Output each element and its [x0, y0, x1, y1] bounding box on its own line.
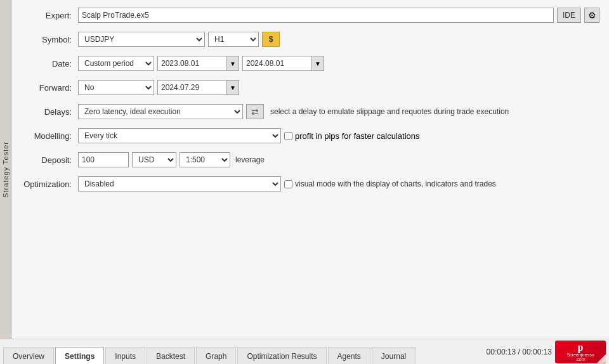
- optimization-row: Optimization: Disabled Slow complete alg…: [21, 175, 599, 193]
- delays-row: Delays: Zero latency, ideal execution Ra…: [21, 103, 599, 120]
- currency-select[interactable]: USD EUR GBP JPY: [132, 152, 176, 167]
- tab-journal[interactable]: Journal: [372, 347, 416, 364]
- status-time: 00:00:13 / 00:00:13: [487, 348, 552, 356]
- dollar-button[interactable]: $: [262, 32, 280, 47]
- date-from-input[interactable]: [157, 56, 227, 71]
- expert-controls: IDE ⚙: [78, 8, 599, 23]
- delays-icon-button[interactable]: ⇄: [246, 104, 264, 119]
- optimization-label: Optimization:: [21, 179, 78, 189]
- deposit-row: Deposit: USD EUR GBP JPY 1:11:21:51:10 1…: [21, 151, 599, 169]
- ide-button[interactable]: IDE: [557, 8, 581, 23]
- tab-graph[interactable]: Graph: [196, 347, 236, 364]
- tab-optimization-results[interactable]: Optimization Results: [237, 347, 326, 364]
- deposit-controls: USD EUR GBP JPY 1:11:21:51:10 1:201:501:…: [78, 152, 599, 167]
- modelling-select[interactable]: Every tick Every tick based on real tick…: [78, 128, 281, 143]
- expert-row: Expert: IDE ⚙: [21, 6, 599, 24]
- tab-settings[interactable]: Settings: [55, 347, 104, 364]
- delays-hint: select a delay to emulate slippage and r…: [270, 107, 509, 116]
- expert-label: Expert:: [21, 11, 78, 20]
- tab-backtest[interactable]: Backtest: [147, 347, 195, 364]
- date-from-picker[interactable]: ▼: [226, 56, 239, 71]
- profit-pips-label: profit in pips for faster calculations: [295, 131, 420, 141]
- visual-mode-wrap: visual mode with the display of charts, …: [284, 179, 496, 188]
- delays-controls: Zero latency, ideal execution Random del…: [78, 104, 599, 119]
- leverage-select[interactable]: 1:11:21:51:10 1:201:501:1001:200 1:5001:…: [180, 152, 230, 167]
- gear-button[interactable]: ⚙: [584, 8, 599, 23]
- date-row: Date: Custom period Last month Last 3 mo…: [21, 55, 599, 72]
- forward-select[interactable]: No 1/2 1/3 1/4 Custom: [78, 80, 154, 95]
- date-label: Date:: [21, 59, 78, 68]
- forward-date-input[interactable]: [157, 80, 227, 95]
- profit-pips-wrap: profit in pips for faster calculations: [284, 131, 420, 141]
- leverage-label: leverage: [235, 155, 265, 164]
- visual-mode-label: visual mode with the display of charts, …: [295, 179, 496, 188]
- optimization-controls: Disabled Slow complete algorithm Fast ge…: [78, 176, 599, 192]
- expert-input[interactable]: [78, 8, 554, 23]
- symbol-select[interactable]: USDJPY EURUSD GBPUSD AUDUSD: [78, 32, 205, 47]
- visual-mode-checkbox[interactable]: [284, 180, 292, 188]
- modelling-row: Modelling: Every tick Every tick based o…: [21, 127, 599, 145]
- tab-inputs[interactable]: Inputs: [105, 347, 145, 364]
- optimization-select[interactable]: Disabled Slow complete algorithm Fast ge…: [78, 176, 281, 192]
- deposit-input[interactable]: [78, 152, 129, 167]
- date-to-input[interactable]: [242, 56, 312, 71]
- modelling-label: Modelling:: [21, 131, 78, 141]
- symbol-label: Symbol:: [21, 35, 78, 44]
- forward-label: Forward:: [21, 83, 78, 93]
- tabs-container: Overview Settings Inputs Backtest Graph …: [0, 339, 487, 364]
- screenpresso-badge: p Screenpresso .com: [555, 341, 606, 363]
- symbol-controls: USDJPY EURUSD GBPUSD AUDUSD M1M5M15M30 H…: [78, 32, 599, 47]
- forward-date-picker[interactable]: ▼: [226, 80, 239, 95]
- modelling-controls: Every tick Every tick based on real tick…: [78, 128, 599, 143]
- forward-date-wrap: ▼: [157, 80, 239, 95]
- settings-panel: Expert: IDE ⚙ Symbol: USDJPY EURUSD GBPU…: [11, 0, 609, 339]
- status-area: 00:00:13 / 00:00:13 p Screenpresso .com: [487, 339, 609, 364]
- forward-controls: No 1/2 1/3 1/4 Custom ▼: [78, 80, 599, 95]
- symbol-row: Symbol: USDJPY EURUSD GBPUSD AUDUSD M1M5…: [21, 30, 599, 48]
- date-to-picker[interactable]: ▼: [311, 56, 324, 71]
- date-to-wrap: ▼: [242, 56, 324, 71]
- tab-overview[interactable]: Overview: [3, 347, 54, 364]
- deposit-label: Deposit:: [21, 155, 78, 165]
- delays-label: Delays:: [21, 107, 78, 117]
- profit-pips-checkbox[interactable]: [284, 132, 292, 140]
- bottom-bar: Overview Settings Inputs Backtest Graph …: [0, 339, 609, 364]
- forward-row: Forward: No 1/2 1/3 1/4 Custom ▼: [21, 79, 599, 96]
- date-from-wrap: ▼: [157, 56, 239, 71]
- timeframe-select[interactable]: M1M5M15M30 H1H4D1W1MN: [208, 32, 259, 47]
- side-label: Strategy Tester: [0, 0, 11, 339]
- tab-agents[interactable]: Agents: [328, 347, 370, 364]
- date-period-select[interactable]: Custom period Last month Last 3 months L…: [78, 56, 154, 71]
- date-controls: Custom period Last month Last 3 months L…: [78, 56, 599, 71]
- delays-select[interactable]: Zero latency, ideal execution Random del…: [78, 104, 243, 119]
